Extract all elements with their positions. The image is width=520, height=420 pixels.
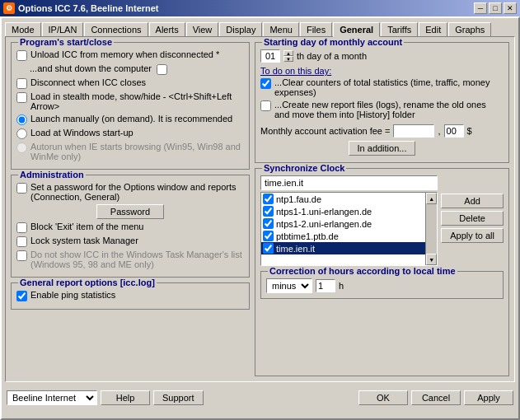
day-label: th day of a month (297, 51, 367, 61)
apply-to-all-button[interactable]: Apply to all (441, 228, 504, 243)
close-button[interactable]: ✕ (504, 2, 517, 14)
sync-item-checkbox-2[interactable] (263, 218, 274, 229)
profile-select[interactable]: Beeline Internet (7, 390, 97, 405)
tab-connections[interactable]: Connections (84, 22, 148, 37)
list-item[interactable]: time.ien.it (261, 242, 425, 254)
sync-server-input[interactable] (260, 175, 438, 190)
password-options-checkbox[interactable] (16, 183, 27, 194)
stealth-checkbox[interactable] (16, 92, 27, 103)
stealth-label: Load in stealth mode, show/hide - <Ctrl+… (30, 91, 244, 111)
sync-item-checkbox-3[interactable] (263, 231, 274, 241)
tab-menu[interactable]: Menu (263, 22, 299, 37)
password-button[interactable]: Password (96, 204, 164, 219)
autorun-radio[interactable] (16, 142, 27, 153)
sync-item-checkbox-4[interactable] (263, 243, 274, 254)
main-window: Mode IP/LAN Connections Alerts View Disp… (0, 16, 520, 420)
administration-title: Administration (18, 170, 86, 180)
tab-graphs[interactable]: Graphs (448, 22, 491, 37)
scroll-track (426, 204, 437, 254)
password-options-label: Set a password for the Options window an… (30, 182, 244, 202)
autorun-label: Autorun when IE starts browsing (Win95, … (30, 142, 244, 161)
list-item[interactable]: ntps1-2.uni-erlangen.de (261, 217, 425, 230)
support-button[interactable]: Support (153, 390, 204, 405)
shutdown-label: ...and shut down the computer (30, 63, 152, 73)
fee-cents-input[interactable] (444, 124, 464, 138)
general-report-title: General report options [icc.log] (18, 278, 157, 287)
fee-input[interactable] (393, 124, 434, 138)
program-start-close-title: Program's start/close (18, 37, 114, 47)
tab-tariffs[interactable]: Tariffs (381, 22, 418, 37)
in-addition-button[interactable]: In addition... (349, 141, 416, 156)
noshow-icc-checkbox[interactable] (16, 250, 27, 261)
clear-counters-checkbox[interactable] (260, 78, 271, 89)
todo-label[interactable]: To do on this day: (260, 66, 331, 76)
add-server-button[interactable]: Add (441, 194, 504, 208)
window-title: Options ICC 7.6, Beeline Internet (18, 3, 159, 13)
create-report-checkbox[interactable] (260, 100, 271, 111)
bottom-bar: Beeline Internet Help Support OK Cancel … (5, 382, 515, 412)
correction-hours-input[interactable] (316, 279, 335, 292)
lock-taskmgr-label: Lock system task Manager (30, 236, 138, 245)
fee-currency: $ (467, 126, 472, 136)
ping-statistics-label: Enable ping statistics (30, 290, 115, 300)
tabs-row: Mode IP/LAN Connections Alerts View Disp… (5, 21, 515, 36)
correction-group: Correction of hours according to local t… (260, 271, 504, 299)
general-report-group: General report options [icc.log] Enable … (11, 282, 250, 310)
tab-iplan[interactable]: IP/LAN (42, 22, 84, 37)
sync-server-listbox: ntp1.fau.de ntps1-1.uni-erlangen.de ntps… (260, 192, 438, 266)
sync-item-checkbox-1[interactable] (263, 206, 274, 217)
launch-manually-label: Launch manually (on demand). It is recom… (30, 114, 232, 124)
tab-view[interactable]: View (186, 22, 219, 37)
tab-mode[interactable]: Mode (5, 22, 41, 37)
minimize-button[interactable]: ─ (474, 2, 487, 14)
tab-content: Program's start/close Unload ICC from me… (5, 36, 515, 382)
ok-button[interactable]: OK (358, 390, 408, 405)
block-exit-label: Block 'Exit' item of the menu (30, 222, 143, 231)
apply-button[interactable]: Apply (464, 390, 513, 405)
ping-statistics-checkbox[interactable] (16, 291, 27, 301)
unload-icc-checkbox[interactable] (16, 50, 27, 61)
correction-title: Correction of hours according to local t… (268, 266, 457, 276)
delete-server-button[interactable]: Delete (441, 211, 504, 226)
starting-day-group: Starting day of monthly account ▲ ▼ th d… (255, 42, 509, 163)
tab-files[interactable]: Files (300, 22, 332, 37)
clear-counters-label: ...Clear counters of total statistics (t… (274, 77, 504, 97)
disconnect-label: Disconnect when ICC closes (30, 77, 146, 87)
day-spin-up[interactable]: ▲ (283, 50, 293, 56)
tab-display[interactable]: Display (219, 22, 262, 37)
list-item[interactable]: ntp1.fau.de (261, 193, 425, 205)
unload-icc-label: Unload ICC from memory when disconnected… (30, 49, 219, 59)
disconnect-checkbox[interactable] (16, 78, 27, 89)
sync-item-checkbox-0[interactable] (263, 194, 274, 204)
launch-manually-radio[interactable] (16, 114, 27, 125)
starting-day-title: Starting day of monthly account (262, 37, 404, 47)
app-icon: ⚙ (3, 2, 15, 14)
help-button[interactable]: Help (101, 390, 150, 405)
day-spin-down[interactable]: ▼ (283, 56, 293, 62)
fee-label: Monthly account activation fee = (260, 126, 390, 136)
tab-general[interactable]: General (333, 22, 380, 37)
lock-taskmgr-checkbox[interactable] (16, 236, 27, 247)
day-input[interactable] (260, 49, 280, 63)
scroll-down-btn[interactable]: ▼ (426, 254, 437, 265)
sync-clock-group: Synchronize Clock ntp1.fau.de (255, 168, 509, 376)
block-exit-checkbox[interactable] (16, 222, 27, 233)
shutdown-checkbox[interactable] (157, 64, 167, 75)
sync-scrollbar[interactable]: ▲ ▼ (425, 193, 437, 265)
create-report-label: ...Create new report files (logs), renam… (274, 100, 504, 119)
fee-separator: , (438, 126, 440, 136)
program-start-close-group: Program's start/close Unload ICC from me… (11, 42, 250, 170)
tab-edit[interactable]: Edit (419, 22, 447, 37)
correction-h-label: h (339, 281, 344, 291)
correction-direction-select[interactable]: minus plus (266, 278, 312, 293)
maximize-button[interactable]: □ (489, 2, 502, 14)
cancel-button[interactable]: Cancel (411, 390, 461, 405)
list-item[interactable]: ptbtime1.ptb.de (261, 230, 425, 242)
load-at-startup-label: Load at Windows start-up (30, 128, 134, 138)
load-at-startup-radio[interactable] (16, 128, 27, 139)
tab-alerts[interactable]: Alerts (149, 22, 185, 37)
sync-clock-title: Synchronize Clock (262, 163, 346, 173)
list-item[interactable]: ntps1-1.uni-erlangen.de (261, 205, 425, 217)
scroll-up-btn[interactable]: ▲ (426, 193, 437, 204)
noshow-icc-label: Do not show ICC in the Windows Task Mana… (30, 250, 244, 269)
